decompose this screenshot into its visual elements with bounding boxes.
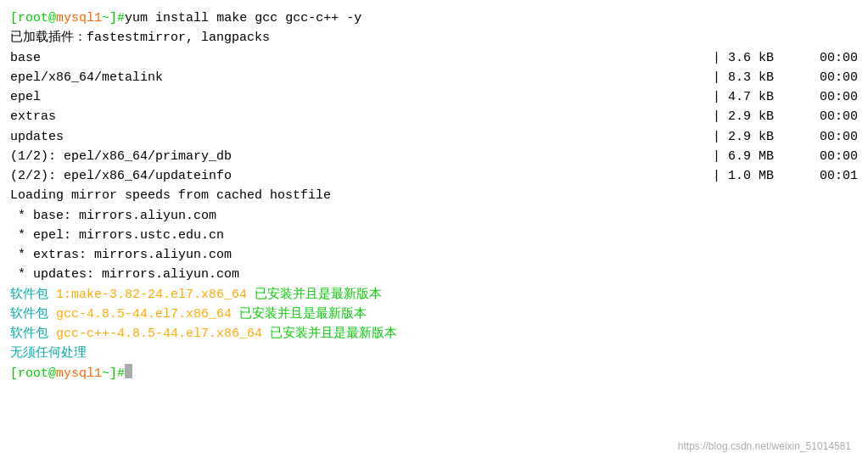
prompt-bracket2: ] [109,8,117,28]
repo-info: | 4.7 kB 00:00 [696,87,858,107]
repo-name: (1/2): epel/x86_64/primary_db [10,147,232,166]
pkg-space2 [232,305,239,324]
pkg-label: 软件包 [10,324,48,344]
repo-line-updates: updates | 2.9 kB 00:00 [10,127,858,147]
prompt-bracket: [ [10,8,18,28]
terminal-line-1: [root@mysql1~]#yum install make gcc gcc-… [10,8,858,28]
terminal-window: [root@mysql1~]#yum install make gcc gcc-… [10,8,858,453]
prompt-tilde: ~ [102,8,109,28]
repo-name: updates [10,127,64,147]
plugin-text: 已加载插件：fastestmirror, langpacks [10,28,270,48]
pkg-space2 [262,324,270,344]
terminal-cursor [125,364,132,378]
mirror-updates: * updates: mirrors.aliyun.com [10,265,858,284]
repo-name: extras [10,107,56,126]
prompt-tilde: ~ [102,364,109,383]
final-prompt-line: [root@mysql1~]# [10,364,858,383]
prompt-at: @ [48,364,56,383]
repo-info: | 6.9 MB 00:00 [696,147,858,166]
no-action-text: 无须任何处理 [10,344,87,363]
repo-line-extras: extras | 2.9 kB 00:00 [10,107,858,126]
pkg-name: 1:make-3.82-24.el7.x86_64 [56,285,247,305]
prompt-hash: # [117,364,125,383]
prompt-user: root [18,364,48,383]
repo-line-primary-db: (1/2): epel/x86_64/primary_db | 6.9 MB 0… [10,147,858,166]
repo-name: (2/2): epel/x86_64/updateinfo [10,166,232,186]
prompt-hash: # [117,8,125,28]
mirror-entry: * epel: mirrors.ustc.edu.cn [10,226,224,245]
pkg-space [48,324,56,344]
repo-info: | 3.6 kB 00:00 [696,48,858,68]
pkg-name: gcc-4.8.5-44.el7.x86_64 [56,305,232,324]
mirror-entry: * extras: mirrors.aliyun.com [10,245,232,265]
repo-name: epel [10,87,41,107]
no-action-line: 无须任何处理 [10,344,858,363]
pkg-space2 [247,285,255,305]
pkg-space [48,305,56,324]
mirror-extras: * extras: mirrors.aliyun.com [10,245,858,265]
prompt-user: root [18,8,48,28]
pkg-label: 软件包 [10,305,48,324]
pkg-line-make: 软件包 1:make-3.82-24.el7.x86_64 已安装并且是最新版本 [10,285,858,305]
repo-info: | 1.0 MB 00:01 [696,166,858,186]
repo-line-epel: epel | 4.7 kB 00:00 [10,87,858,107]
mirror-base: * base: mirrors.aliyun.com [10,206,858,226]
mirror-text: Loading mirror speeds from cached hostfi… [10,186,331,205]
pkg-name: gcc-c++-4.8.5-44.el7.x86_64 [56,324,262,344]
repo-info: | 2.9 kB 00:00 [696,107,858,126]
pkg-line-gcc-cpp: 软件包 gcc-c++-4.8.5-44.el7.x86_64 已安装并且是最新… [10,324,858,344]
pkg-label: 软件包 [10,285,48,305]
command-text: yum install make gcc gcc-c++ -y [125,8,361,28]
prompt-host: mysql1 [56,364,102,383]
repo-name: epel/x86_64/metalink [10,68,163,87]
repo-line-updateinfo: (2/2): epel/x86_64/updateinfo | 1.0 MB 0… [10,166,858,186]
pkg-status: 已安装并且是最新版本 [255,285,382,305]
pkg-status: 已安装并且是最新版本 [239,305,367,324]
pkg-status: 已安装并且是最新版本 [270,324,397,344]
repo-line-base: base | 3.6 kB 00:00 [10,48,858,68]
repo-line-epel-metalink: epel/x86_64/metalink | 8.3 kB 00:00 [10,68,858,87]
mirror-speeds-line: Loading mirror speeds from cached hostfi… [10,186,858,205]
mirror-entry: * base: mirrors.aliyun.com [10,206,216,226]
repo-info: | 8.3 kB 00:00 [696,68,858,87]
repo-info: | 2.9 kB 00:00 [696,127,858,147]
terminal-line-2: 已加载插件：fastestmirror, langpacks [10,28,858,48]
repo-name: base [10,48,41,68]
watermark: https://blog.csdn.net/weixin_51014581 [678,439,851,453]
pkg-space [48,285,56,305]
mirror-entry: * updates: mirrors.aliyun.com [10,265,239,284]
pkg-line-gcc: 软件包 gcc-4.8.5-44.el7.x86_64 已安装并且是最新版本 [10,305,858,324]
prompt-host: mysql1 [56,8,102,28]
prompt-at: @ [48,8,56,28]
mirror-epel: * epel: mirrors.ustc.edu.cn [10,226,858,245]
prompt-bracket: [ [10,364,18,383]
prompt-bracket2: ] [109,364,117,383]
